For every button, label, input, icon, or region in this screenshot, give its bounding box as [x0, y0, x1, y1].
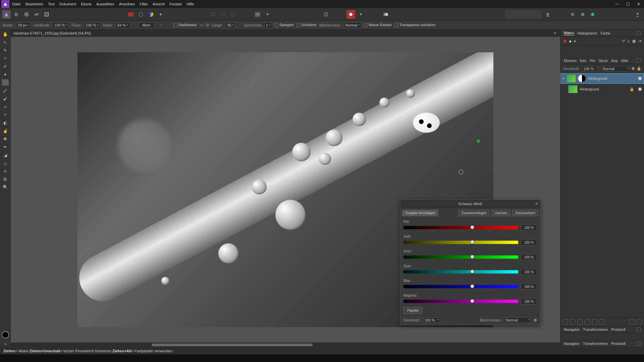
menu-fenster[interactable]: Fenster	[169, 2, 182, 6]
crop-layer-icon[interactable]	[592, 319, 597, 325]
marquee-tool-icon[interactable]	[2, 79, 9, 86]
swap-color-icon[interactable]: ⇅	[4, 343, 7, 346]
autoselect-icon[interactable]	[157, 10, 165, 19]
hardness-input[interactable]: 64 %▾	[116, 22, 130, 28]
menu-dokument[interactable]: Dokument	[59, 2, 76, 6]
tab-stile[interactable]: Stile	[621, 59, 628, 63]
menu-filter[interactable]: Filter	[140, 2, 148, 6]
menu-ansicht[interactable]: Ansicht	[153, 2, 165, 6]
layer-name[interactable]: Hintergrund	[588, 76, 607, 80]
layer-lock-icon[interactable]: 🔒	[637, 66, 641, 71]
shape-tool-icon[interactable]: △	[2, 160, 9, 166]
tab-transform[interactable]: Transformieren	[583, 327, 608, 331]
tab-navigator[interactable]: Navigator	[564, 327, 580, 331]
adjust-icon[interactable]	[570, 319, 575, 325]
foreground-color[interactable]	[2, 331, 9, 339]
bw-blau-slider[interactable]	[404, 285, 518, 288]
bw-add-preset-button[interactable]: Vorgabe hinzufügen	[402, 210, 438, 216]
bw-pipette-button[interactable]: Pipette	[404, 307, 422, 314]
layer-name[interactable]: Hintergrund	[580, 87, 599, 91]
bw-merge-button[interactable]: Zusammenlegen	[459, 210, 489, 216]
delete-layer-icon[interactable]	[637, 319, 642, 325]
align-4[interactable]	[532, 11, 539, 18]
layer-opacity-input[interactable]: 100 %	[582, 66, 599, 71]
window-close[interactable]: ✕	[633, 0, 644, 8]
stop-icon[interactable]: ■	[569, 39, 572, 43]
fx-add-icon[interactable]	[577, 319, 583, 325]
menu-ebene[interactable]: Ebene	[81, 2, 92, 6]
menu-text[interactable]: Text	[48, 2, 55, 6]
tab-kan[interactable]: Kan	[580, 59, 587, 63]
menu-auswaehlen[interactable]: Auswählen	[96, 2, 114, 6]
layer-row-adjustment[interactable]: ▾ Hintergrund	[560, 73, 644, 84]
swatch-red-icon[interactable]	[126, 10, 135, 19]
nav-menu-icon[interactable]	[637, 327, 641, 331]
bw-magenta-slider[interactable]	[404, 300, 518, 303]
bw-zyan-value[interactable]: 100 %	[521, 269, 537, 275]
document-tab[interactable]: raindrops-574971_1920.jpg [Geändert] (64…	[13, 31, 91, 35]
bw-blau-value[interactable]: 100 %	[521, 284, 537, 290]
align-2[interactable]	[516, 11, 523, 18]
tone-persona-icon[interactable]	[32, 10, 41, 19]
bw-gear-icon[interactable]: ⚙	[534, 318, 537, 322]
lock-children-icon[interactable]	[599, 319, 605, 325]
bw-gruen-value[interactable]: 100 %	[521, 254, 537, 260]
record-icon[interactable]	[563, 40, 567, 43]
flood-select-icon[interactable]: ✦	[2, 71, 9, 78]
macro-reset-icon[interactable]: ↺	[622, 39, 625, 43]
swatch-grey-icon[interactable]	[137, 10, 145, 19]
live-filter-icon[interactable]	[585, 319, 590, 325]
bw-reset-button[interactable]: Zurücksetzen	[512, 210, 538, 216]
layer-visible-icon[interactable]	[638, 77, 642, 80]
window-minimize[interactable]: —	[612, 0, 623, 8]
crop-toggle-icon[interactable]	[322, 10, 330, 19]
layer-expand-icon[interactable]: ▾	[563, 77, 565, 80]
rope-icon[interactable]: 〰	[200, 23, 203, 27]
horizontal-scrollbar[interactable]	[11, 343, 560, 347]
export-persona-icon[interactable]	[42, 10, 51, 19]
selection-new-icon[interactable]	[208, 10, 217, 19]
align-1[interactable]	[508, 11, 515, 18]
layer-blend-input[interactable]: Normal	[601, 66, 630, 71]
bw-magenta-value[interactable]: 100 %	[521, 298, 537, 304]
bw-gruen-slider[interactable]	[404, 255, 518, 259]
assistant-dd-icon[interactable]: ▾	[357, 10, 365, 19]
heal-tool-icon[interactable]: ✚	[2, 135, 9, 142]
tab-navigator2[interactable]: Navigator	[564, 342, 580, 346]
bw-blend-input[interactable]: Normal	[504, 317, 531, 323]
tab-histogramm[interactable]: Histogramm	[578, 31, 597, 35]
selection-sub-icon[interactable]	[228, 10, 237, 19]
tab-anp[interactable]: Anp	[611, 59, 618, 63]
macro-grid-icon[interactable]: ▦	[632, 39, 636, 43]
tab-pin[interactable]: Pin	[590, 59, 595, 63]
bw-delete-button[interactable]: Löschen	[491, 210, 510, 216]
account-icon[interactable]	[633, 10, 642, 19]
layer-locked-icon[interactable]: 🔒	[630, 87, 634, 92]
bw-close-icon[interactable]: ×	[535, 201, 538, 206]
selection-add-icon[interactable]	[218, 10, 227, 19]
tab-transform2[interactable]: Transformieren	[583, 342, 608, 346]
menu-bearbeiten[interactable]: Bearbeiten	[25, 2, 43, 6]
hand-tool-icon[interactable]: ✋	[2, 31, 9, 38]
colorpicker-tool-icon[interactable]: ✎	[2, 47, 9, 54]
dropdown-icon[interactable]: ▾	[263, 10, 272, 19]
sync2-icon[interactable]	[578, 10, 587, 19]
sync3-icon[interactable]	[588, 10, 597, 19]
bw-gelb-slider[interactable]	[404, 241, 518, 244]
width-input[interactable]: 28 px▾	[16, 22, 31, 28]
macro-export-icon[interactable]: ⇥	[638, 39, 641, 43]
erase-tool-icon[interactable]: ▱	[2, 103, 9, 110]
swatch-rainbow-icon[interactable]	[147, 10, 155, 19]
tab-ebenen[interactable]: Ebenen	[564, 59, 577, 63]
length-input[interactable]: 35▾	[225, 22, 235, 28]
zoom-tool-icon[interactable]: 🔍	[2, 184, 9, 190]
tab-close-icon[interactable]: ×	[554, 31, 556, 36]
pressure-icon[interactable]: ⟋	[157, 23, 164, 27]
assistant-icon[interactable]	[346, 10, 355, 19]
clone-tool-icon[interactable]: ⌖	[2, 111, 9, 118]
bw-rot-value[interactable]: 100 %	[521, 225, 537, 231]
mirror-check[interactable]: Spiegeln	[275, 23, 294, 27]
brush-tool-icon[interactable]: 🖌	[2, 95, 9, 102]
crop-tool-icon[interactable]: ⌗	[2, 55, 9, 62]
menu-anordnen[interactable]: Anordnen	[119, 2, 135, 6]
